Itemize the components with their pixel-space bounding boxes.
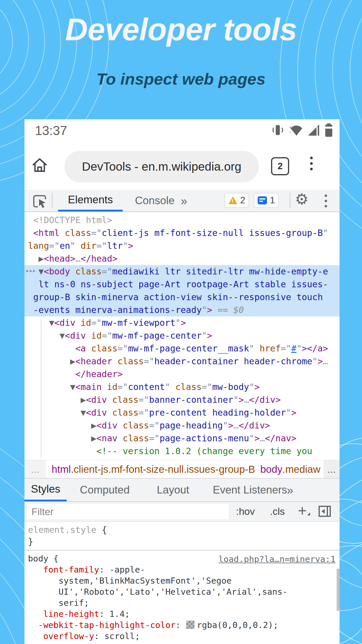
status-bar: 13:37	[24, 119, 340, 142]
elements-tree: <!DOCTYPE html> <html class="client-js m…	[24, 212, 340, 462]
dom-node-line[interactable]: <!-- version 1.0.2 (change every time yo…	[24, 445, 340, 458]
dom-node-line[interactable]: lt ns-0 ns-subject page-Art rootpage-Art…	[24, 278, 340, 291]
toggle-class-button[interactable]: .cls	[270, 506, 285, 517]
page-title: Developer tools	[0, 11, 362, 48]
battery-icon	[324, 123, 333, 137]
css-rule-line[interactable]: overflow-y: scroll;	[24, 631, 340, 642]
tab-elements[interactable]: Elements	[58, 190, 123, 211]
styles-pane: element.style {} load.php?la…n=minerva:1…	[24, 522, 340, 644]
dom-node-line[interactable]: group-B skin-minerva action-view skin--r…	[24, 291, 340, 304]
dom-node-line[interactable]: -events minerva-animations-ready"> == $0	[24, 304, 340, 316]
warning-icon	[229, 197, 237, 204]
tab-layout[interactable]: Layout	[150, 479, 196, 501]
address-bar-url: DevTools - en.m.wikipedia.org	[82, 160, 241, 174]
page-subtitle: To inspect web pages	[0, 69, 362, 88]
dom-node-line[interactable]: ▼<main id="content" class="mw-body">	[24, 381, 340, 393]
message-count: 1	[270, 195, 275, 206]
dom-node-line[interactable]: ▼<div id="mw-mf-viewport">	[24, 316, 340, 329]
dom-node-line[interactable]: ▶<nav class="page-actions-menu">…</nav>	[24, 432, 340, 445]
dom-breadcrumbs: ... html.client-js.mf-font-size-null.iss…	[24, 460, 340, 479]
wifi-icon	[288, 123, 303, 137]
address-bar[interactable]: DevTools - en.m.wikipedia.org	[64, 151, 259, 182]
css-rule-line[interactable]: system,'BlinkMacSystemFont','Segoe	[24, 575, 340, 586]
gear-icon[interactable]: ⚙	[295, 190, 309, 208]
dom-node-line[interactable]: ▶<header class="header-container header-…	[24, 355, 340, 368]
dom-node-line[interactable]: ▶<div class="page-heading">…</div>	[24, 419, 340, 432]
sidebar-toggle-icon[interactable]	[318, 505, 331, 518]
divider	[290, 193, 290, 208]
more-tabs-icon[interactable]: »	[181, 195, 187, 208]
dom-node-line[interactable]: ••• ▼<body class="mediawiki ltr sitedir-…	[24, 265, 340, 278]
tab-styles[interactable]: Styles	[24, 479, 67, 501]
gutter-dots-icon: •••	[25, 265, 35, 278]
sidebar-tabs: Styles Computed Layout Event Listeners »	[24, 479, 340, 502]
element-style-rule: element.style {}	[24, 522, 340, 551]
breadcrumb-overflow-right[interactable]: ...	[324, 460, 340, 478]
browser-menu-icon[interactable]	[310, 157, 313, 170]
browser-toolbar: DevTools - en.m.wikipedia.org 2	[24, 142, 340, 190]
dom-node-line[interactable]: ▶<div class="banner-container">…</div>	[24, 393, 340, 406]
more-tabs-icon[interactable]: »	[287, 484, 293, 497]
dom-node-line[interactable]: <html class="client-js mf-font-size-null…	[24, 227, 340, 239]
dom-node-line[interactable]: ▼<div class="pre-content heading-holder"…	[24, 406, 340, 419]
tab-computed[interactable]: Computed	[73, 479, 136, 501]
styles-filter-bar: :hov .cls +	[24, 502, 340, 522]
scrollbar-thumb[interactable]	[337, 569, 340, 611]
breadcrumb-body[interactable]: body.mediaw	[254, 460, 324, 478]
dom-node-line[interactable]: ▶<head>…</head>	[24, 252, 340, 265]
css-rule-line[interactable]: }	[24, 536, 340, 547]
new-style-rule-button[interactable]: +	[298, 502, 307, 519]
breadcrumb-html[interactable]: html.client-js.mf-font-size-null.issues-…	[46, 460, 254, 478]
page-background: Developer tools To inspect web pages 13:…	[0, 0, 362, 644]
tab-switcher-button[interactable]: 2	[271, 157, 289, 175]
tab-count: 2	[277, 161, 282, 172]
devtools-toolbar: Elements Console » 2 1 ⚙	[24, 190, 340, 212]
css-rule-line[interactable]: font-family: -apple-	[24, 564, 340, 575]
breadcrumb-overflow-left[interactable]: ...	[24, 460, 46, 478]
dom-node-line[interactable]: <!DOCTYPE html>	[24, 214, 340, 227]
devtools-menu-icon[interactable]	[325, 195, 327, 207]
divider	[52, 193, 52, 208]
toggle-hover-state-button[interactable]: :hov	[236, 506, 255, 517]
signal-icon	[307, 123, 321, 137]
vibrate-icon	[271, 123, 284, 137]
dom-node-line[interactable]: </header>	[24, 368, 340, 381]
css-rule-line[interactable]: serif;	[24, 597, 340, 608]
filter-input[interactable]	[27, 504, 229, 519]
body-style-rule: load.php?la…n=minerva:1 body { font-fami…	[24, 551, 340, 642]
messages-badge[interactable]: 1	[254, 193, 279, 208]
color-swatch[interactable]	[186, 621, 194, 629]
dom-node-line[interactable]: lang="en" dir="ltr">	[24, 239, 340, 252]
css-rule-line[interactable]: line-height: 1.4;	[24, 608, 340, 620]
tab-event-listeners[interactable]: Event Listeners	[206, 479, 294, 501]
home-icon[interactable]	[30, 156, 49, 175]
inspect-element-icon[interactable]	[33, 194, 48, 209]
css-rule-line[interactable]: UI','Roboto','Lato','Helvetica','Arial',…	[24, 586, 340, 597]
tab-console[interactable]: Console	[125, 190, 184, 211]
phone-screenshot: 13:37	[24, 119, 340, 644]
warnings-badge[interactable]: 2	[224, 193, 249, 208]
message-icon	[258, 196, 267, 204]
warning-count: 2	[240, 195, 245, 206]
clock: 13:37	[35, 123, 67, 138]
css-rule-line[interactable]: -webkit-tap-highlight-color: rgba(0,0,0,…	[24, 620, 340, 631]
dom-node-line[interactable]: <a class="mw-mf-page-center__mask" href=…	[24, 342, 340, 355]
stylesheet-link[interactable]: load.php?la…n=minerva:1	[218, 554, 335, 564]
dom-node-line[interactable]: ▼<div id="mw-mf-page-center">	[24, 329, 340, 342]
css-rule-line[interactable]: element.style {	[24, 524, 340, 536]
